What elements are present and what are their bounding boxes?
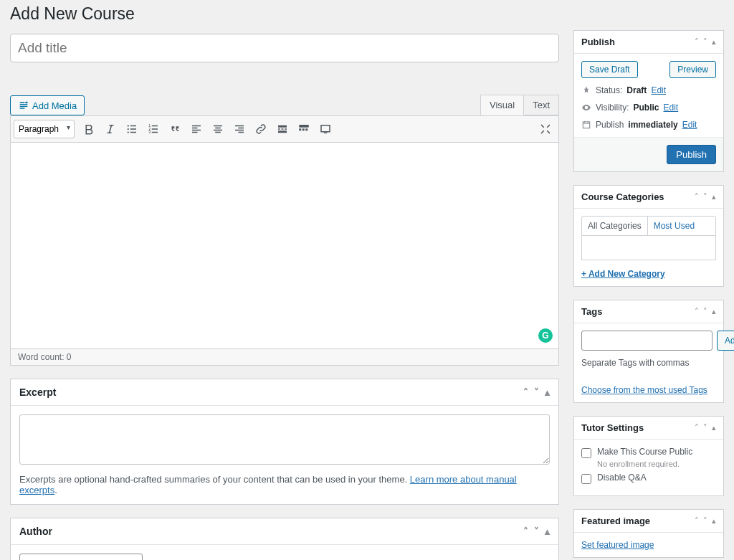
expand-icon — [539, 123, 552, 136]
fullscreen-button[interactable] — [315, 119, 335, 139]
categories-panel: Course Categories ˄ ˅ ▴ All Categories M… — [573, 185, 724, 287]
tab-visual[interactable]: Visual — [480, 95, 524, 115]
distraction-free-button[interactable] — [535, 119, 556, 139]
panel-up-icon[interactable]: ˄ — [523, 386, 528, 398]
svg-text:3: 3 — [148, 130, 151, 134]
panel-down-icon[interactable]: ˅ — [703, 307, 707, 316]
category-list[interactable] — [581, 236, 716, 260]
author-select[interactable]: Nazir (Nazir) — [19, 554, 143, 560]
ul-button[interactable] — [122, 119, 142, 139]
status-edit-link[interactable]: Edit — [651, 85, 666, 95]
align-center-button[interactable] — [208, 119, 228, 139]
make-public-checkbox[interactable] — [581, 448, 591, 458]
panel-up-icon[interactable]: ˄ — [695, 307, 699, 316]
panel-toggle-icon[interactable]: ▴ — [545, 526, 550, 537]
save-draft-button[interactable]: Save Draft — [581, 61, 638, 78]
align-center-icon — [211, 123, 224, 136]
pin-icon — [581, 85, 591, 95]
align-left-button[interactable] — [186, 119, 206, 139]
svg-point-0 — [128, 125, 129, 126]
svg-rect-8 — [302, 128, 305, 130]
fullscreen-icon — [319, 123, 332, 136]
link-button[interactable] — [251, 119, 271, 139]
tab-all-categories[interactable]: All Categories — [582, 217, 648, 235]
visibility-edit-link[interactable]: Edit — [663, 103, 678, 113]
svg-rect-6 — [299, 125, 309, 128]
panel-down-icon[interactable]: ˅ — [703, 516, 707, 526]
quote-button[interactable] — [165, 119, 185, 139]
format-select[interactable]: Paragraph — [14, 120, 75, 138]
bold-icon — [82, 123, 95, 136]
svg-rect-10 — [321, 125, 330, 132]
preview-button[interactable]: Preview — [669, 61, 716, 78]
panel-down-icon[interactable]: ˅ — [703, 423, 707, 432]
add-media-label: Add Media — [32, 100, 77, 111]
featured-title: Featured image — [581, 516, 650, 526]
add-category-link[interactable]: + Add New Category — [581, 269, 665, 279]
grammarly-icon[interactable]: G — [538, 328, 553, 343]
panel-toggle-icon[interactable]: ▴ — [712, 423, 716, 432]
panel-down-icon[interactable]: ˅ — [534, 386, 539, 398]
tags-panel: Tags ˄ ˅ ▴ Add Separate Tags with commas… — [573, 300, 724, 403]
course-title-input[interactable] — [10, 34, 559, 62]
list-ul-icon — [125, 123, 138, 136]
excerpt-help-text: Excerpts are optional hand-crafted summa… — [19, 474, 410, 485]
featured-image-panel: Featured image ˄ ˅ ▴ Set featured image — [573, 509, 724, 558]
svg-rect-11 — [324, 133, 328, 134]
word-count: Word count: 0 — [10, 349, 559, 366]
align-right-icon — [233, 123, 246, 136]
excerpt-textarea[interactable] — [19, 414, 550, 465]
panel-toggle-icon[interactable]: ▴ — [712, 37, 716, 47]
tags-help: Separate Tags with commas — [581, 358, 716, 368]
panel-up-icon[interactable]: ˄ — [695, 516, 699, 526]
schedule-edit-link[interactable]: Edit — [682, 120, 697, 130]
list-ol-icon: 123 — [147, 123, 160, 136]
svg-point-1 — [128, 128, 129, 130]
make-public-sub: No enrollment required. — [597, 460, 716, 468]
toolbar-toggle-button[interactable] — [294, 119, 314, 139]
panel-toggle-icon[interactable]: ▴ — [712, 307, 716, 316]
quote-icon — [168, 123, 181, 136]
panel-up-icon[interactable]: ˄ — [695, 37, 699, 47]
eye-icon — [581, 103, 591, 113]
panel-down-icon[interactable]: ˅ — [534, 526, 539, 537]
editor-content-area[interactable]: G — [10, 143, 559, 349]
panel-down-icon[interactable]: ˅ — [703, 192, 707, 201]
publish-button[interactable]: Publish — [667, 145, 716, 164]
editor-toolbar: Paragraph 123 — [10, 115, 559, 143]
page-title: Add New Course — [10, 0, 559, 34]
tab-most-used[interactable]: Most Used — [648, 217, 700, 235]
panel-toggle-icon[interactable]: ▴ — [712, 192, 716, 201]
set-featured-image-link[interactable]: Set featured image — [581, 540, 654, 550]
add-tag-button[interactable]: Add — [717, 331, 734, 351]
schedule-value: immediately — [628, 120, 677, 130]
add-media-button[interactable]: Add Media — [10, 95, 85, 115]
svg-rect-7 — [299, 128, 301, 130]
disable-qa-checkbox[interactable] — [581, 474, 591, 484]
choose-tags-link[interactable]: Choose from the most used Tags — [581, 385, 707, 395]
panel-up-icon[interactable]: ˄ — [523, 526, 528, 537]
panel-toggle-icon[interactable]: ▴ — [712, 516, 716, 526]
tutor-settings-panel: Tutor Settings ˄ ˅ ▴ Make This Course Pu… — [573, 416, 724, 496]
tab-text[interactable]: Text — [524, 95, 559, 115]
excerpt-panel: Excerpt ˄ ˅ ▴ Excerpts are optional hand… — [10, 379, 559, 505]
panel-up-icon[interactable]: ˄ — [695, 192, 699, 201]
panel-down-icon[interactable]: ˅ — [703, 37, 707, 47]
bold-button[interactable] — [79, 119, 99, 139]
panel-toggle-icon[interactable]: ▴ — [545, 386, 550, 398]
status-value: Draft — [626, 85, 647, 95]
italic-button[interactable] — [100, 119, 120, 139]
publish-panel: Publish ˄ ˅ ▴ Save Draft Preview Status:… — [573, 30, 724, 172]
panel-up-icon[interactable]: ˄ — [695, 423, 699, 432]
tags-input[interactable] — [581, 331, 712, 351]
ol-button[interactable]: 123 — [143, 119, 163, 139]
tags-title: Tags — [581, 306, 602, 317]
excerpt-title: Excerpt — [19, 386, 56, 398]
align-left-icon — [190, 123, 203, 136]
media-icon — [18, 100, 29, 111]
readmore-button[interactable] — [272, 119, 292, 139]
calendar-icon — [581, 120, 591, 130]
visibility-value: Public — [633, 103, 659, 113]
align-right-button[interactable] — [229, 119, 249, 139]
svg-rect-9 — [305, 128, 308, 130]
